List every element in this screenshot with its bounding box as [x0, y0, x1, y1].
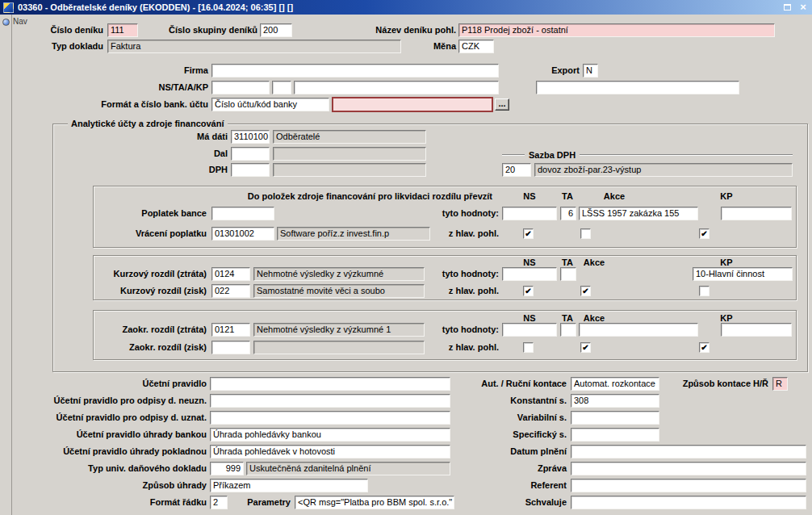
- field-zaokr-zisk-code[interactable]: [211, 341, 250, 354]
- checkbox-box1-kp[interactable]: ✔: [699, 228, 709, 239]
- field-poplatek-bance-code[interactable]: [211, 207, 274, 220]
- field-bank-account[interactable]: [332, 97, 493, 112]
- field-uhrady-pokladnou[interactable]: Úhrada pohledávek v hotovosti: [210, 445, 450, 458]
- field-typ-univ-name: Uskutečněná zdanitelná plnění: [246, 462, 450, 475]
- field-box2-ta[interactable]: [560, 267, 576, 281]
- title-bar: 03360 - Odběratelské deníky (EKODDEN) - …: [0, 0, 812, 15]
- app-window: 03360 - Odběratelské deníky (EKODDEN) - …: [0, 0, 812, 515]
- field-zpusob-uhrady[interactable]: Příkazem: [210, 479, 368, 492]
- field-box3-ta[interactable]: [560, 323, 576, 337]
- label-kurzovy-zisk: Kurzový rozdíl (zisk): [89, 285, 207, 297]
- field-box3-ns[interactable]: [502, 323, 557, 337]
- field-mena[interactable]: CZK: [458, 40, 494, 53]
- field-dal-code[interactable]: [231, 147, 270, 161]
- checkbox-box1-ta[interactable]: [580, 228, 591, 239]
- column-header-ta: TA: [555, 191, 580, 203]
- restore-icon[interactable]: [784, 4, 791, 10]
- field-variabilni-s[interactable]: [571, 411, 659, 425]
- checkbox-box2-ns[interactable]: ✔: [523, 286, 534, 296]
- label-ma-dati: Má dáti: [145, 131, 228, 143]
- field-nstakp-4[interactable]: [536, 81, 739, 94]
- label-tyto-hodnoty-3: tyto hodnoty:: [412, 324, 499, 336]
- field-ma-dati-name: Odběratelé: [273, 130, 426, 144]
- field-sazba-dph-rate[interactable]: 20: [502, 163, 531, 177]
- field-odpisy-uznat[interactable]: [210, 411, 450, 425]
- label-zaokr-zisk: Zaokr. rozdíl (zisk): [89, 341, 207, 354]
- label-z-hlav-pohl-3: z hlav. pohl.: [412, 341, 499, 354]
- field-nstakp-3[interactable]: [294, 81, 499, 94]
- label-typ-dokladu: Typ dokladu: [24, 40, 103, 52]
- field-dph-name: [273, 163, 426, 177]
- field-zprava[interactable]: [571, 462, 806, 475]
- close-icon[interactable]: ×: [797, 2, 809, 13]
- field-cislo-skupiny[interactable]: 200: [260, 23, 292, 37]
- label-odpisy-neuzn: Účetní pravidlo pro odpisy d. neuzn.: [16, 395, 207, 407]
- field-odpisy-neuzn[interactable]: [210, 394, 450, 408]
- field-box1-ns[interactable]: [502, 207, 557, 220]
- field-kontace[interactable]: Automat. rozkontace: [571, 377, 659, 391]
- label-poplatek-bance: Poplatek bance: [89, 207, 207, 220]
- label-referent: Referent: [452, 479, 567, 492]
- checkbox-box2-kp[interactable]: [699, 286, 709, 296]
- field-zpusob-kontace[interactable]: R: [772, 377, 788, 391]
- label-bank-format: Formát a číslo bank. účtu: [89, 98, 208, 111]
- label-zprava: Zpráva: [452, 463, 567, 475]
- field-firma[interactable]: [211, 64, 499, 77]
- label-cislo-skupiny: Číslo skupiny deníků: [148, 24, 257, 36]
- checkbox-box1-ns[interactable]: ✔: [523, 228, 534, 239]
- field-typ-univ-code[interactable]: 999: [210, 462, 244, 475]
- field-kurzovy-ztrata-code[interactable]: 0124: [211, 267, 250, 281]
- field-vraceni-poplatku-code[interactable]: 01301002: [211, 227, 274, 241]
- label-dph: DPH: [145, 164, 228, 176]
- field-box1-kp[interactable]: [721, 207, 792, 220]
- field-uhrady-bankou[interactable]: Úhrada pohledávky bankou: [210, 428, 450, 442]
- field-datum-plneni[interactable]: [571, 445, 806, 458]
- label-schvaluje: Schvaluje: [452, 496, 567, 509]
- checkbox-box3-ta[interactable]: ✔: [580, 342, 591, 353]
- field-nstakp-2[interactable]: [272, 81, 291, 94]
- label-zpusob-kontace: Způsob kontace H/Ř: [668, 378, 768, 390]
- field-nstakp-1[interactable]: [211, 81, 270, 94]
- checkbox-box3-ns[interactable]: [523, 342, 534, 353]
- field-kurzovy-ztrata-name: Nehmotné výsledky z výzkumné: [253, 267, 425, 281]
- field-schvaluje[interactable]: [571, 496, 806, 509]
- label-ucetni-pravidlo: Účetní pravidlo: [16, 378, 207, 390]
- field-dph-code[interactable]: [231, 163, 270, 177]
- field-box3-akce[interactable]: [579, 323, 698, 337]
- field-specificky-s[interactable]: [571, 428, 659, 442]
- label-typ-univ-dokladu: Typ univ. daňového dokladu: [16, 463, 207, 475]
- field-konstantni-s[interactable]: 308: [571, 394, 659, 408]
- field-format-radku[interactable]: 2: [210, 496, 228, 509]
- box1-header: Do položek zdroje financování pro likvid…: [242, 191, 492, 203]
- label-cislo-deniku: Číslo deníku: [24, 24, 103, 36]
- field-box1-ta[interactable]: 6: [560, 207, 576, 220]
- field-box2-ns[interactable]: [502, 267, 557, 281]
- bank-lookup-button[interactable]: ...: [495, 98, 509, 111]
- field-export[interactable]: N: [583, 64, 598, 77]
- field-box1-akce[interactable]: LŠSS 1957 zakázka 155: [579, 207, 698, 220]
- separator-line: [580, 154, 793, 156]
- field-zaokr-ztrata-name: Nehmotné výsledky z výzkumné 1: [253, 323, 425, 337]
- field-zaokr-ztrata-code[interactable]: 0121: [211, 323, 250, 337]
- field-nazev-deniku[interactable]: P118 Prodej zboží - ostatní: [458, 23, 775, 37]
- checkbox-box2-ta[interactable]: ✔: [580, 286, 591, 296]
- field-box3-kp[interactable]: [721, 323, 792, 337]
- field-parametry[interactable]: <QR msg="Platba pro BBM spol. s.r.o.": [295, 496, 454, 509]
- label-format-radku: Formát řádku: [16, 496, 207, 509]
- field-dal-name: [273, 147, 426, 161]
- field-ucetni-pravidlo[interactable]: [210, 377, 450, 391]
- label-zpusob-uhrady: Způsob úhrady: [16, 479, 207, 492]
- field-cislo-deniku[interactable]: 111: [107, 23, 138, 37]
- window-title: 03360 - Odběratelské deníky (EKODDEN) - …: [18, 2, 784, 12]
- field-ma-dati-code[interactable]: 3110100: [231, 130, 270, 144]
- label-odpisy-uznat: Účetní pravidlo pro odpisy d. uznat.: [16, 412, 207, 424]
- field-referent[interactable]: [571, 479, 806, 492]
- label-konstantni-s: Konstantní s.: [452, 395, 567, 407]
- label-kontace: Aut. / Ruční kontace: [452, 378, 567, 390]
- nav-icon[interactable]: [2, 19, 10, 26]
- field-box2-kp[interactable]: 10-Hlavní činnost: [693, 267, 793, 281]
- field-kurzovy-zisk-code[interactable]: 022: [211, 284, 250, 298]
- field-bank-format[interactable]: Číslo účtu/kód banky: [211, 98, 329, 111]
- label-firma: Firma: [105, 65, 208, 77]
- checkbox-box3-kp[interactable]: ✔: [699, 342, 709, 353]
